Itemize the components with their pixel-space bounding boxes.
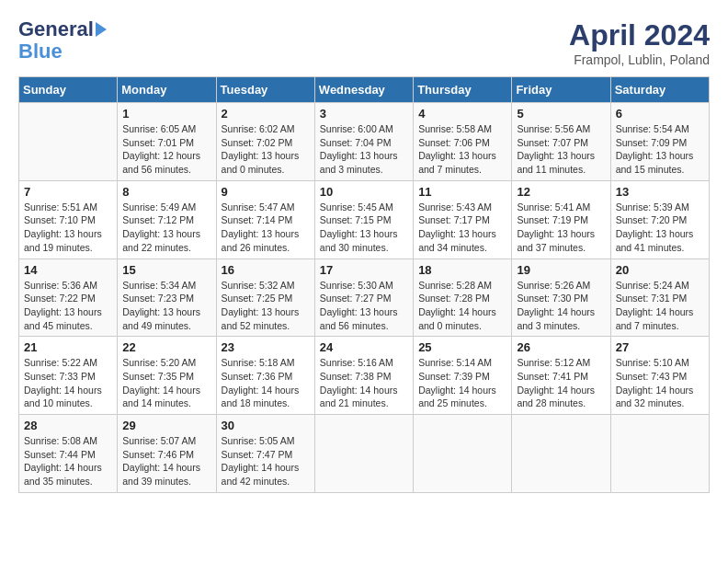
day-cell: 24Sunrise: 5:16 AM Sunset: 7:38 PM Dayli… xyxy=(314,337,413,415)
day-cell: 23Sunrise: 5:18 AM Sunset: 7:36 PM Dayli… xyxy=(216,337,314,415)
day-cell: 11Sunrise: 5:43 AM Sunset: 7:17 PM Dayli… xyxy=(414,180,512,259)
day-info: Sunrise: 5:26 AM Sunset: 7:30 PM Dayligh… xyxy=(517,279,605,333)
month-title: April 2024 xyxy=(569,18,710,52)
day-number: 12 xyxy=(517,185,605,199)
week-row-4: 21Sunrise: 5:22 AM Sunset: 7:33 PM Dayli… xyxy=(19,337,710,415)
day-cell: 20Sunrise: 5:24 AM Sunset: 7:31 PM Dayli… xyxy=(610,259,709,337)
day-info: Sunrise: 6:05 AM Sunset: 7:01 PM Dayligh… xyxy=(122,122,210,177)
day-info: Sunrise: 5:32 AM Sunset: 7:25 PM Dayligh… xyxy=(222,279,310,333)
day-number: 29 xyxy=(122,419,210,432)
day-info: Sunrise: 6:02 AM Sunset: 7:02 PM Dayligh… xyxy=(222,122,310,177)
day-number: 26 xyxy=(517,340,605,354)
day-cell xyxy=(414,415,512,493)
day-cell: 27Sunrise: 5:10 AM Sunset: 7:43 PM Dayli… xyxy=(610,337,709,415)
day-cell: 14Sunrise: 5:36 AM Sunset: 7:22 PM Dayli… xyxy=(19,259,118,337)
day-info: Sunrise: 5:08 AM Sunset: 7:44 PM Dayligh… xyxy=(24,434,112,488)
day-number: 3 xyxy=(320,107,408,121)
day-info: Sunrise: 5:41 AM Sunset: 7:19 PM Dayligh… xyxy=(517,201,605,255)
week-row-5: 28Sunrise: 5:08 AM Sunset: 7:44 PM Dayli… xyxy=(19,415,710,493)
day-info: Sunrise: 5:24 AM Sunset: 7:31 PM Dayligh… xyxy=(616,279,704,333)
day-header-sunday: Sunday xyxy=(19,77,118,103)
day-info: Sunrise: 5:56 AM Sunset: 7:07 PM Dayligh… xyxy=(517,122,605,177)
day-number: 18 xyxy=(418,263,506,277)
day-number: 15 xyxy=(122,263,210,277)
day-number: 1 xyxy=(122,107,210,121)
day-cell: 17Sunrise: 5:30 AM Sunset: 7:27 PM Dayli… xyxy=(314,259,413,337)
day-cell: 25Sunrise: 5:14 AM Sunset: 7:39 PM Dayli… xyxy=(414,337,512,415)
day-cell: 16Sunrise: 5:32 AM Sunset: 7:25 PM Dayli… xyxy=(216,259,314,337)
day-number: 7 xyxy=(24,185,112,199)
title-area: April 2024 Frampol, Lublin, Poland xyxy=(569,18,710,67)
day-number: 16 xyxy=(222,263,310,277)
day-cell xyxy=(314,415,413,493)
day-header-thursday: Thursday xyxy=(414,77,512,103)
day-cell xyxy=(19,103,118,181)
day-info: Sunrise: 5:34 AM Sunset: 7:23 PM Dayligh… xyxy=(122,279,210,333)
day-info: Sunrise: 5:28 AM Sunset: 7:28 PM Dayligh… xyxy=(418,279,506,333)
day-cell: 13Sunrise: 5:39 AM Sunset: 7:20 PM Dayli… xyxy=(610,180,709,259)
day-info: Sunrise: 5:49 AM Sunset: 7:12 PM Dayligh… xyxy=(122,201,210,255)
day-info: Sunrise: 5:14 AM Sunset: 7:39 PM Dayligh… xyxy=(418,356,506,410)
day-number: 4 xyxy=(418,107,506,121)
day-cell: 26Sunrise: 5:12 AM Sunset: 7:41 PM Dayli… xyxy=(512,337,610,415)
day-info: Sunrise: 5:43 AM Sunset: 7:17 PM Dayligh… xyxy=(418,201,506,255)
day-cell: 4Sunrise: 5:58 AM Sunset: 7:06 PM Daylig… xyxy=(414,103,512,181)
day-number: 8 xyxy=(122,185,210,199)
page-header: General Blue April 2024 Frampol, Lublin,… xyxy=(18,18,710,67)
day-header-tuesday: Tuesday xyxy=(216,77,314,103)
day-info: Sunrise: 5:45 AM Sunset: 7:15 PM Dayligh… xyxy=(320,201,408,255)
day-cell xyxy=(610,415,709,493)
day-number: 10 xyxy=(320,185,408,199)
day-cell: 18Sunrise: 5:28 AM Sunset: 7:28 PM Dayli… xyxy=(414,259,512,337)
day-cell: 30Sunrise: 5:05 AM Sunset: 7:47 PM Dayli… xyxy=(216,415,314,493)
day-info: Sunrise: 5:30 AM Sunset: 7:27 PM Dayligh… xyxy=(320,279,408,333)
day-header-saturday: Saturday xyxy=(610,77,709,103)
week-row-3: 14Sunrise: 5:36 AM Sunset: 7:22 PM Dayli… xyxy=(19,259,710,337)
day-info: Sunrise: 6:00 AM Sunset: 7:04 PM Dayligh… xyxy=(320,122,408,177)
day-info: Sunrise: 5:39 AM Sunset: 7:20 PM Dayligh… xyxy=(616,201,704,255)
day-number: 27 xyxy=(616,340,704,354)
day-number: 17 xyxy=(320,263,408,277)
day-cell: 8Sunrise: 5:49 AM Sunset: 7:12 PM Daylig… xyxy=(118,180,216,259)
calendar-table: SundayMondayTuesdayWednesdayThursdayFrid… xyxy=(18,76,710,493)
week-row-2: 7Sunrise: 5:51 AM Sunset: 7:10 PM Daylig… xyxy=(19,180,710,259)
day-cell: 29Sunrise: 5:07 AM Sunset: 7:46 PM Dayli… xyxy=(118,415,216,493)
day-number: 5 xyxy=(517,107,605,121)
day-cell: 6Sunrise: 5:54 AM Sunset: 7:09 PM Daylig… xyxy=(610,103,709,181)
day-info: Sunrise: 5:54 AM Sunset: 7:09 PM Dayligh… xyxy=(616,122,704,177)
day-header-monday: Monday xyxy=(118,77,216,103)
day-number: 28 xyxy=(24,419,112,432)
location-text: Frampol, Lublin, Poland xyxy=(569,52,710,67)
day-cell: 3Sunrise: 6:00 AM Sunset: 7:04 PM Daylig… xyxy=(314,103,413,181)
day-number: 21 xyxy=(24,340,112,354)
day-info: Sunrise: 5:22 AM Sunset: 7:33 PM Dayligh… xyxy=(24,356,112,410)
day-header-wednesday: Wednesday xyxy=(314,77,413,103)
day-number: 9 xyxy=(222,185,310,199)
logo-text-general: General xyxy=(18,18,94,40)
week-row-1: 1Sunrise: 6:05 AM Sunset: 7:01 PM Daylig… xyxy=(19,103,710,181)
day-number: 14 xyxy=(24,263,112,277)
day-number: 13 xyxy=(616,185,704,199)
day-number: 25 xyxy=(418,340,506,354)
day-number: 20 xyxy=(616,263,704,277)
day-info: Sunrise: 5:47 AM Sunset: 7:14 PM Dayligh… xyxy=(222,201,310,255)
day-cell: 2Sunrise: 6:02 AM Sunset: 7:02 PM Daylig… xyxy=(216,103,314,181)
day-number: 23 xyxy=(222,340,310,354)
day-cell: 19Sunrise: 5:26 AM Sunset: 7:30 PM Dayli… xyxy=(512,259,610,337)
day-number: 11 xyxy=(418,185,506,199)
day-cell: 5Sunrise: 5:56 AM Sunset: 7:07 PM Daylig… xyxy=(512,103,610,181)
day-info: Sunrise: 5:05 AM Sunset: 7:47 PM Dayligh… xyxy=(222,434,310,488)
day-cell xyxy=(512,415,610,493)
day-number: 30 xyxy=(222,419,310,432)
day-info: Sunrise: 5:36 AM Sunset: 7:22 PM Dayligh… xyxy=(24,279,112,333)
logo-text-blue: Blue xyxy=(18,40,107,63)
day-info: Sunrise: 5:58 AM Sunset: 7:06 PM Dayligh… xyxy=(418,122,506,177)
day-cell: 12Sunrise: 5:41 AM Sunset: 7:19 PM Dayli… xyxy=(512,180,610,259)
logo-icon xyxy=(96,22,107,37)
day-cell: 1Sunrise: 6:05 AM Sunset: 7:01 PM Daylig… xyxy=(118,103,216,181)
day-cell: 10Sunrise: 5:45 AM Sunset: 7:15 PM Dayli… xyxy=(314,180,413,259)
day-info: Sunrise: 5:07 AM Sunset: 7:46 PM Dayligh… xyxy=(122,434,210,488)
day-header-friday: Friday xyxy=(512,77,610,103)
day-number: 19 xyxy=(517,263,605,277)
logo: General Blue xyxy=(18,18,107,63)
